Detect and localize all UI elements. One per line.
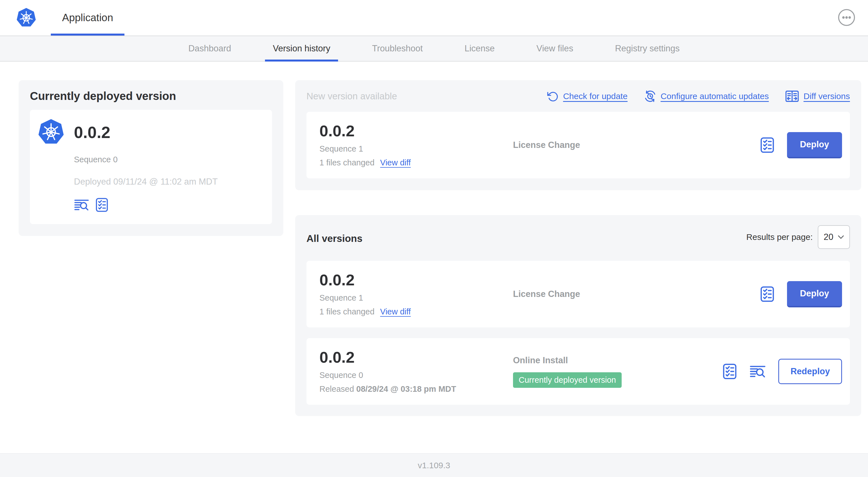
new-version-panel: New version available Check for update [295, 80, 861, 190]
row-source-label: License Change [513, 140, 760, 150]
check-for-update-link[interactable]: Check for update [547, 90, 627, 102]
currently-deployed-badge: Currently deployed version [513, 372, 622, 388]
tab-view-files[interactable]: View files [516, 36, 594, 61]
currently-deployed-panel: Currently deployed version [19, 80, 283, 236]
ellipsis-icon [838, 8, 856, 27]
kubernetes-app-icon [37, 118, 65, 146]
row-version-number: 0.0.2 [319, 272, 513, 289]
deploy-button[interactable]: Deploy [787, 281, 842, 307]
refresh-icon [547, 90, 559, 102]
currently-deployed-card: 0.0.2 Sequence 0 Deployed 09/11/24 @ 11:… [30, 110, 272, 224]
deployed-version-number: 0.0.2 [74, 123, 110, 142]
app-footer: v1.109.3 [0, 453, 868, 477]
row-source-label: License Change [513, 289, 760, 299]
app-header: Application [0, 0, 868, 35]
results-per-page-label: Results per page: [746, 232, 813, 242]
version-row: 0.0.2 Sequence 0 Released 08/29/24 @ 03:… [306, 338, 850, 405]
row-source-label: Online Install [513, 355, 722, 365]
row-sequence: Sequence 0 [319, 370, 513, 380]
preflight-checks-icon[interactable] [760, 137, 775, 153]
row-version-number: 0.0.2 [319, 123, 513, 140]
preflight-checks-icon[interactable] [722, 363, 737, 380]
preflight-checks-icon[interactable] [95, 198, 108, 212]
app-tab-application[interactable]: Application [51, 0, 124, 35]
currently-deployed-title: Currently deployed version [30, 90, 272, 102]
view-diff-link[interactable]: View diff [380, 158, 411, 168]
row-files-changed: 1 files changed [319, 307, 374, 317]
row-released-timestamp: Released 08/29/24 @ 03:18 pm MDT [319, 384, 513, 394]
deployed-timestamp: Deployed 09/11/24 @ 11:02 am MDT [74, 177, 262, 187]
row-files-changed: 1 files changed [319, 158, 374, 168]
tab-dashboard[interactable]: Dashboard [167, 36, 252, 61]
kubernetes-logo-icon [16, 7, 37, 28]
right-column: New version available Check for update [295, 80, 861, 416]
preflight-checks-icon[interactable] [760, 286, 775, 302]
diff-versions-link[interactable]: Diff versions [785, 90, 850, 103]
deployed-sequence: Sequence 0 [74, 155, 262, 164]
version-row: 0.0.2 Sequence 1 1 files changed View di… [306, 261, 850, 327]
diff-icon [785, 90, 799, 103]
tab-registry-settings[interactable]: Registry settings [594, 36, 701, 61]
app-title: Application [62, 12, 113, 24]
configure-automatic-updates-link[interactable]: Configure automatic updates [644, 90, 769, 102]
schedule-update-icon [644, 90, 656, 102]
view-logs-icon[interactable] [749, 364, 766, 379]
all-versions-panel: All versions Results per page: 20 0.0.2 [295, 215, 861, 416]
row-version-number: 0.0.2 [319, 349, 513, 366]
console-version: v1.109.3 [417, 460, 450, 470]
main-content: Currently deployed version [0, 62, 868, 416]
view-logs-icon[interactable] [74, 198, 89, 212]
deploy-button[interactable]: Deploy [787, 132, 842, 158]
new-version-title: New version available [306, 91, 397, 101]
tab-license[interactable]: License [443, 36, 516, 61]
version-subnav: Dashboard Version history Troubleshoot L… [0, 35, 868, 62]
tab-version-history[interactable]: Version history [252, 36, 351, 61]
row-sequence: Sequence 1 [319, 293, 513, 303]
chevron-down-icon [838, 235, 844, 239]
results-per-page-select[interactable]: 20 [818, 225, 850, 249]
new-version-row: 0.0.2 Sequence 1 1 files changed View di… [306, 112, 850, 178]
all-versions-title: All versions [306, 233, 362, 244]
view-diff-link[interactable]: View diff [380, 307, 411, 317]
tab-troubleshoot[interactable]: Troubleshoot [351, 36, 443, 61]
row-sequence: Sequence 1 [319, 144, 513, 153]
redeploy-button[interactable]: Redeploy [778, 359, 842, 384]
overflow-menu-button[interactable] [838, 8, 856, 27]
